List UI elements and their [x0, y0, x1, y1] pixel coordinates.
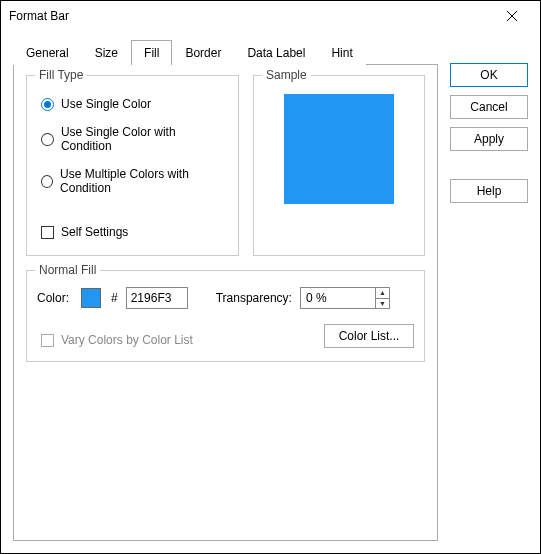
radio-label: Use Single Color	[61, 97, 151, 111]
window-title: Format Bar	[9, 9, 492, 23]
dialog-body: General Size Fill Border Data Label Hint…	[1, 31, 540, 553]
radio-label: Use Single Color with Condition	[61, 125, 228, 153]
checkbox-label: Vary Colors by Color List	[61, 333, 193, 347]
close-button[interactable]	[492, 2, 532, 30]
sample-swatch	[284, 94, 394, 204]
dialog-window: Format Bar General Size Fill Border Data…	[0, 0, 541, 554]
button-label: Apply	[474, 132, 504, 146]
tab-fill[interactable]: Fill	[131, 40, 172, 65]
tab-border[interactable]: Border	[172, 40, 234, 65]
normal-fill-legend: Normal Fill	[35, 263, 100, 277]
ok-button[interactable]: OK	[450, 63, 528, 87]
cancel-button[interactable]: Cancel	[450, 95, 528, 119]
help-button[interactable]: Help	[450, 179, 528, 203]
checkbox-label: Self Settings	[61, 225, 128, 239]
radio-icon	[41, 98, 54, 111]
self-settings-checkbox[interactable]: Self Settings	[41, 225, 228, 239]
transparency-spinner[interactable]: 0 % ▲ ▼	[300, 287, 390, 309]
tab-size[interactable]: Size	[82, 40, 131, 65]
radio-multiple-colors-condition[interactable]: Use Multiple Colors with Condition	[41, 167, 228, 195]
radio-label: Use Multiple Colors with Condition	[60, 167, 228, 195]
button-label: Color List...	[339, 329, 400, 343]
sample-group: Sample	[253, 75, 425, 256]
radio-icon	[41, 133, 54, 146]
fill-type-group: Fill Type Use Single Color Use Single Co…	[26, 75, 239, 256]
tabstrip: General Size Fill Border Data Label Hint	[13, 39, 438, 64]
tab-general[interactable]: General	[13, 40, 82, 65]
radio-single-color-condition[interactable]: Use Single Color with Condition	[41, 125, 228, 153]
spinner-arrows: ▲ ▼	[375, 288, 389, 308]
spinner-up-icon[interactable]: ▲	[376, 288, 389, 298]
checkbox-icon	[41, 226, 54, 239]
sample-legend: Sample	[262, 68, 311, 82]
transparency-value: 0 %	[301, 288, 375, 308]
hash-label: #	[111, 291, 118, 305]
tab-content: Fill Type Use Single Color Use Single Co…	[13, 64, 438, 541]
button-sidebar: OK Cancel Apply Help	[450, 39, 528, 541]
button-label: OK	[480, 68, 497, 82]
color-label: Color:	[37, 291, 73, 305]
normal-fill-group: Normal Fill Color: # Transparency: 0 % ▲…	[26, 270, 425, 362]
color-list-button[interactable]: Color List...	[324, 324, 414, 348]
radio-icon	[41, 175, 53, 188]
radio-single-color[interactable]: Use Single Color	[41, 97, 228, 111]
color-hex-input[interactable]	[126, 287, 188, 309]
button-label: Help	[477, 184, 502, 198]
vary-colors-checkbox: Vary Colors by Color List	[41, 333, 324, 347]
button-label: Cancel	[470, 100, 507, 114]
main-panel: General Size Fill Border Data Label Hint…	[13, 39, 438, 541]
transparency-label: Transparency:	[216, 291, 292, 305]
apply-button[interactable]: Apply	[450, 127, 528, 151]
checkbox-icon	[41, 334, 54, 347]
close-icon	[507, 11, 517, 21]
tab-hint[interactable]: Hint	[318, 40, 365, 65]
spinner-down-icon[interactable]: ▼	[376, 298, 389, 309]
color-swatch[interactable]	[81, 288, 101, 308]
titlebar: Format Bar	[1, 1, 540, 31]
tab-data-label[interactable]: Data Label	[234, 40, 318, 65]
fill-type-legend: Fill Type	[35, 68, 87, 82]
